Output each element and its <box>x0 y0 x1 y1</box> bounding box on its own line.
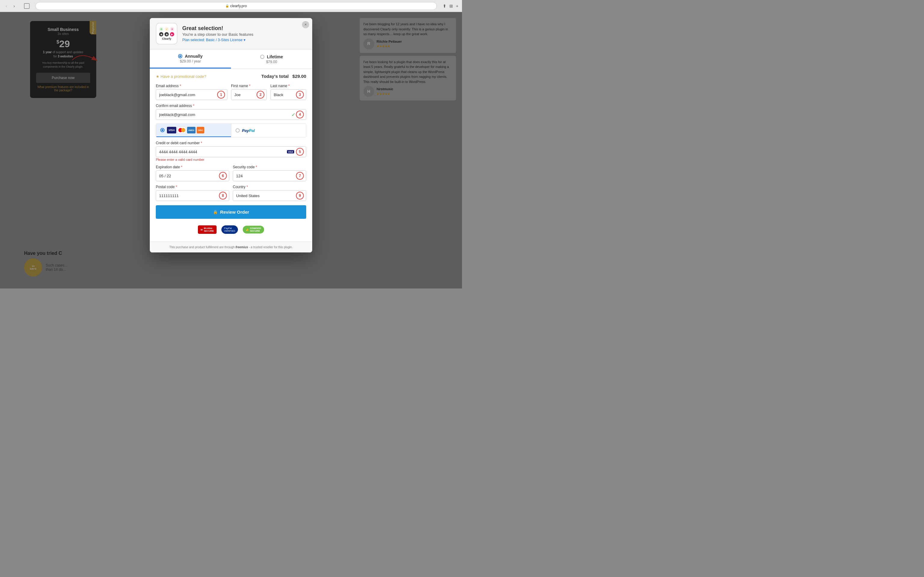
comodo-icon: 👍 <box>246 228 249 231</box>
radio-paypal <box>236 128 240 132</box>
step-3-badge: 3 <box>296 91 304 98</box>
clearfy-logo: ⚙ ✓ ✕ ◉ ◉ ▶ Clearfy <box>156 23 178 45</box>
card-number-input[interactable] <box>156 147 306 157</box>
footer-text: This purchase and product fulfillment ar… <box>170 245 234 249</box>
radio-card <box>160 128 165 132</box>
review-order-button[interactable]: 🔒 Review Order <box>156 205 306 219</box>
last-name-label: Last name * <box>270 84 306 88</box>
name-email-row: Email address * 1 First name * <box>156 84 306 100</box>
card-payment-option[interactable]: VISA AMEX DISC <box>156 124 231 137</box>
total-display: Today's total $29.00 <box>262 74 306 79</box>
security-input[interactable] <box>233 171 306 181</box>
modal-footer: This purchase and product fulfillment ar… <box>150 242 312 253</box>
promo-code-link[interactable]: Have a promotional code? <box>156 74 206 79</box>
postal-country-row: Postal code * 8 Country * <box>156 185 306 201</box>
country-input[interactable] <box>233 190 306 201</box>
tab-annually-price: $29.00 / year <box>156 59 225 63</box>
expiry-group: Expiration date * 6 <box>156 165 229 181</box>
address-bar: 🔒 clearfy.pro <box>36 2 437 10</box>
mastercard-logo <box>178 127 186 134</box>
share-button[interactable]: ⬆ <box>443 3 446 8</box>
promo-total-row: Have a promotional code? Today's total $… <box>156 74 306 79</box>
today-total-amount: $29.00 <box>292 74 306 79</box>
chevron-down-icon: ▾ <box>244 38 246 42</box>
radio-lifetime <box>260 55 264 59</box>
paypal-badge: PayPalVERIFIED <box>221 226 238 234</box>
lock-icon: 🔒 <box>213 210 218 214</box>
modal-header-text: Great selection! You're a step closer to… <box>182 25 306 42</box>
logo-icon-dark2: ◉ <box>165 32 169 36</box>
email-input[interactable] <box>156 89 228 100</box>
confirm-email-group: Confirm email address * 4 ✓ <box>156 104 306 120</box>
mcafee-badge: M McAfeeSECURE <box>198 226 216 234</box>
country-group: Country * 9 <box>233 185 306 201</box>
card-number-group: Credit or debit card number * VISA 5 Ple… <box>156 141 306 161</box>
email-required: * <box>179 84 181 88</box>
tab-lifetime[interactable]: Lifetime $79.00 <box>231 50 312 69</box>
step-5-badge: 5 <box>296 148 304 156</box>
visa-inline-icon: VISA <box>287 150 294 153</box>
confirm-email-input[interactable] <box>156 109 306 120</box>
first-name-label: First name * <box>231 84 267 88</box>
lock-icon: 🔒 <box>225 4 229 8</box>
freemius-text: freemius <box>236 245 248 249</box>
checkout-modal: ⚙ ✓ ✕ ◉ ◉ ▶ Clearfy Great selection! You… <box>150 18 312 253</box>
paypal-payment-option[interactable]: PayPal <box>231 124 306 137</box>
confirm-email-label: Confirm email address * <box>156 104 306 108</box>
logo-icon-x: ✕ <box>170 27 174 31</box>
logo-icon-settings: ⚙ <box>159 27 163 31</box>
billing-tabs: Annually $29.00 / year Lifetime $79.00 <box>150 50 312 69</box>
url-text: clearfy.pro <box>230 4 247 8</box>
today-total-label: Today's total <box>262 74 289 79</box>
expiry-input[interactable] <box>156 171 229 181</box>
modal-header: ⚙ ✓ ✕ ◉ ◉ ▶ Clearfy Great selection! You… <box>150 18 312 50</box>
visa-logo: VISA <box>167 127 176 134</box>
step-4-badge: 4 <box>296 111 304 118</box>
security-group: Security code * 7 <box>233 165 306 181</box>
tab-annually-label: Annually <box>156 54 225 59</box>
payment-options: VISA AMEX DISC <box>156 124 306 137</box>
postal-label: Postal code * <box>156 185 229 189</box>
logo-icon-dark1: ◉ <box>159 32 163 36</box>
confirm-email-row: Confirm email address * 4 ✓ <box>156 104 306 120</box>
email-group: Email address * 1 <box>156 84 228 100</box>
card-number-row: Credit or debit card number * VISA 5 Ple… <box>156 141 306 161</box>
forward-button[interactable]: › <box>11 3 17 9</box>
tab-lifetime-label: Lifetime <box>237 55 306 59</box>
step-6-badge: 6 <box>219 172 227 180</box>
radio-annual <box>178 54 182 58</box>
card-error-text: Please enter a valid card number <box>156 158 306 161</box>
add-button[interactable]: + <box>456 3 459 8</box>
discover-logo: DISC <box>197 127 204 134</box>
modal-body: Have a promotional code? Today's total $… <box>150 69 312 242</box>
tab-annually[interactable]: Annually $29.00 / year <box>150 50 231 69</box>
modal-subtitle: You're a step closer to our Basic featur… <box>182 32 306 37</box>
security-label: Security code * <box>233 165 306 169</box>
postal-group: Postal code * 8 <box>156 185 229 201</box>
card-logos: VISA AMEX DISC <box>167 127 204 134</box>
browser-actions: ⬆ ⊞ + <box>443 3 459 8</box>
step-1-badge: 1 <box>217 91 225 98</box>
page-background: Popular Small Business 3x sites $29 1 ye… <box>0 12 462 288</box>
expiry-label: Expiration date * <box>156 165 229 169</box>
logo-icon-check: ✓ <box>165 27 169 31</box>
security-badges: M McAfeeSECURE PayPalVERIFIED 👍 COMODOSE… <box>156 222 306 237</box>
browser-chrome: ‹ › 🔒 clearfy.pro ⬆ ⊞ + <box>0 0 462 12</box>
first-name-group: First name * 2 <box>231 84 267 100</box>
paypal-logo: PayPal <box>242 128 255 133</box>
plan-selected-label[interactable]: Plan selected: Basic / 3-Sites License ▾ <box>182 38 306 42</box>
email-label: Email address * <box>156 84 228 88</box>
card-details-row: Expiration date * 6 Security code * <box>156 165 306 181</box>
new-tab-button[interactable]: ⊞ <box>449 3 453 8</box>
postal-input[interactable] <box>156 190 229 201</box>
mc-circle-orange <box>181 128 185 132</box>
back-button[interactable]: ‹ <box>3 3 9 9</box>
modal-title: Great selection! <box>182 25 306 32</box>
modal-close-button[interactable]: × <box>302 21 309 28</box>
step-8-badge: 8 <box>219 192 227 200</box>
sidebar-button[interactable] <box>24 3 29 9</box>
comodo-badge: 👍 COMODOSECURE <box>243 226 264 234</box>
logo-icon-play: ▶ <box>170 32 174 36</box>
email-checkmark-icon: ✓ <box>291 112 296 118</box>
tab-lifetime-price: $79.00 <box>237 60 306 64</box>
